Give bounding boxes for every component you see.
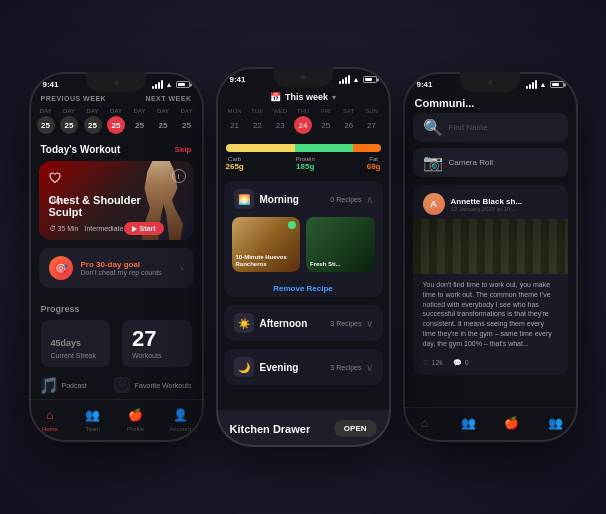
play-icon [132, 226, 137, 232]
status-icons-3: ▲ [526, 80, 564, 89]
workout-background: i Day 1 Chest & Shoulder Sculpt ⏱ 35 Min… [39, 161, 194, 240]
food-card-2[interactable]: Fresh Sti... [306, 217, 375, 272]
pro-challenge-card[interactable]: 🎯 Pro 30-day goal Don't cheat my rep cou… [39, 248, 194, 288]
day-label: DAY [40, 108, 52, 114]
progress-title: Progress [41, 304, 192, 314]
wday-label: FRI [321, 108, 331, 114]
profile-tab-icon-3: 🍎 [503, 414, 521, 432]
signal-icon-3 [526, 80, 537, 89]
tab-account-label: Account [169, 426, 191, 432]
user-avatar: A [423, 193, 445, 215]
status-icons-1: ▲ [152, 80, 190, 89]
workouts-stat: 27 Workouts [122, 320, 192, 367]
carb-bar [226, 144, 296, 152]
camera-roll-bar[interactable]: 📷 Camera Roll [413, 148, 568, 177]
tab-profile-label: Profile [127, 426, 144, 432]
day-label: DAY [134, 108, 146, 114]
day-item[interactable]: DAY 25 [37, 108, 55, 134]
day-label: DAY [157, 108, 169, 114]
wday-num: 26 [340, 116, 358, 134]
workout-level: Intermediate [84, 225, 123, 232]
streak-label: Current Streak [51, 352, 101, 359]
day-item[interactable]: DAY 25 [60, 108, 78, 134]
wday-fri[interactable]: FRI 25 [317, 108, 335, 134]
evening-meal-section: 🌙 Evening 3 Recipes ∨ [224, 349, 383, 385]
start-button[interactable]: Start [124, 222, 164, 235]
podcast-icon: 🎵 [41, 377, 57, 393]
info-icon[interactable]: i [172, 169, 186, 183]
day-item[interactable]: DAY 25 [107, 108, 125, 134]
day-num: 25 [37, 116, 55, 134]
post-image [413, 219, 568, 274]
todays-workout-title: Today's Workout [41, 144, 121, 155]
evening-title-group: 🌙 Evening [234, 357, 299, 377]
fat-value: 68g [367, 162, 381, 171]
phone-2-content: 9:41 ▲ 📅 This week [216, 67, 391, 447]
wday-sun[interactable]: SUN 27 [362, 108, 380, 134]
tab-profile-3[interactable]: 🍎 [503, 414, 521, 432]
wday-sat[interactable]: SAT 26 [340, 108, 358, 134]
battery-icon-2 [363, 76, 377, 83]
morning-meal-section: 🌅 Morning 0 Recipes ∧ 10-Minute Huevos R… [224, 181, 383, 297]
wday-wed[interactable]: WED 23 [271, 108, 289, 134]
tab-profile[interactable]: 🍎 Profile [127, 406, 145, 432]
day-label: DAY [110, 108, 122, 114]
likes-action[interactable]: ♡ 12k [423, 359, 443, 367]
evening-meal-header[interactable]: 🌙 Evening 3 Recipes ∨ [224, 349, 383, 385]
morning-meal-header[interactable]: 🌅 Morning 0 Recipes ∧ [224, 181, 383, 217]
tab-community-3[interactable]: 👥 [547, 414, 565, 432]
phone-1: 9:41 ▲ PREVIOUS WEEK NEXT [29, 72, 204, 442]
tab-home[interactable]: ⌂ Home [41, 406, 59, 432]
workout-card[interactable]: i Day 1 Chest & Shoulder Sculpt ⏱ 35 Min… [39, 161, 194, 240]
tab-account[interactable]: 👤 Account [169, 406, 191, 432]
tab-feed-3[interactable]: 👥 [459, 414, 477, 432]
kitchen-title: Kitchen Drawer [230, 423, 311, 435]
podcast-label: Podcast [62, 382, 87, 389]
afternoon-recipe-count: 3 Recipes [330, 320, 361, 327]
week-selector[interactable]: 📅 This week ▾ [216, 86, 391, 106]
wifi-icon-3: ▲ [540, 81, 547, 88]
afternoon-meal-header[interactable]: ☀️ Afternoon 3 Recipes ∨ [224, 305, 383, 341]
day-item[interactable]: DAY 25 [154, 108, 172, 134]
evening-recipe-count-group: 3 Recipes ∨ [330, 362, 372, 373]
favorites-link[interactable]: ♡ Favorite Workouts [114, 377, 192, 393]
podcast-link[interactable]: 🎵 Podcast [41, 377, 87, 393]
comments-action[interactable]: 💬 0 [453, 359, 469, 367]
skip-button[interactable]: Skip [175, 145, 192, 154]
streak-stat: 45days Current Streak [41, 320, 111, 367]
wday-label: SUN [365, 108, 378, 114]
food-card-2-label: Fresh Sti... [310, 261, 371, 268]
carb-macro: Carb 265g [226, 156, 244, 171]
remove-recipe-button[interactable]: Remove Recipe [224, 280, 383, 297]
afternoon-title: Afternoon [260, 318, 308, 329]
wday-num: 21 [226, 116, 244, 134]
days-row-1: DAY 25 DAY 25 DAY 25 DAY 25 DAY 25 [29, 106, 204, 140]
comment-icon: 💬 [453, 359, 462, 367]
food-card-1[interactable]: 10-Minute Huevos Rancheros [232, 217, 301, 272]
wday-num: 25 [317, 116, 335, 134]
wday-thu[interactable]: THU 24 [294, 108, 312, 134]
tab-home-3[interactable]: ⌂ [415, 414, 433, 432]
heart-icon[interactable] [47, 169, 63, 185]
camera-roll-label: Camera Roll [449, 158, 493, 167]
morning-chevron-icon: ∧ [366, 194, 373, 205]
day-item[interactable]: DAY 25 [84, 108, 102, 134]
post-time: 12 January 2022 at 10:... [451, 206, 558, 212]
wifi-icon: ▲ [166, 81, 173, 88]
day-num: 25 [131, 116, 149, 134]
tab-team[interactable]: 👥 Team [84, 406, 102, 432]
wday-label: MON [228, 108, 242, 114]
battery-icon [176, 81, 190, 88]
week-label: This week [285, 92, 328, 102]
evening-chevron-icon: ∨ [366, 362, 373, 373]
wday-mon[interactable]: MON 21 [226, 108, 244, 134]
workouts-label: Workouts [132, 352, 182, 359]
open-button[interactable]: OPEN [334, 420, 377, 437]
protein-bar [295, 144, 352, 152]
day-item[interactable]: DAY 25 [178, 108, 196, 134]
battery-icon-3 [550, 81, 564, 88]
protein-macro: Protein 185g [296, 156, 315, 171]
search-bar[interactable]: 🔍 Find Name [413, 113, 568, 142]
day-item[interactable]: DAY 25 [131, 108, 149, 134]
wday-tue[interactable]: TUE 22 [248, 108, 266, 134]
